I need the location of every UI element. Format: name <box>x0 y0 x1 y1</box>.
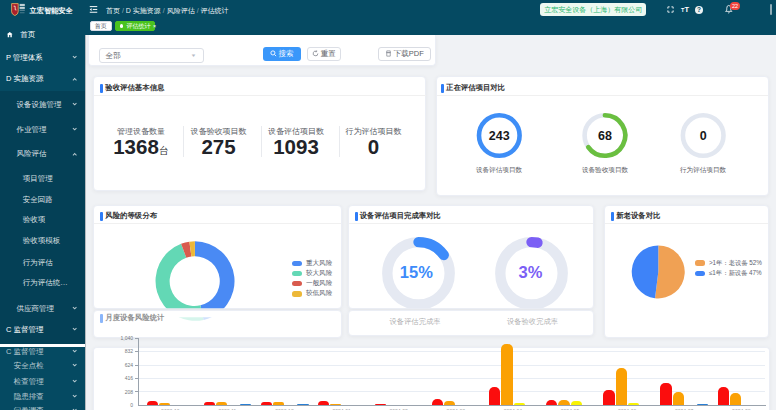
svg-text:0: 0 <box>700 129 707 143</box>
svg-text:3%: 3% <box>519 263 543 281</box>
svg-text:243: 243 <box>489 129 510 143</box>
svg-text:68: 68 <box>598 129 612 143</box>
svg-text:15%: 15% <box>400 263 433 281</box>
